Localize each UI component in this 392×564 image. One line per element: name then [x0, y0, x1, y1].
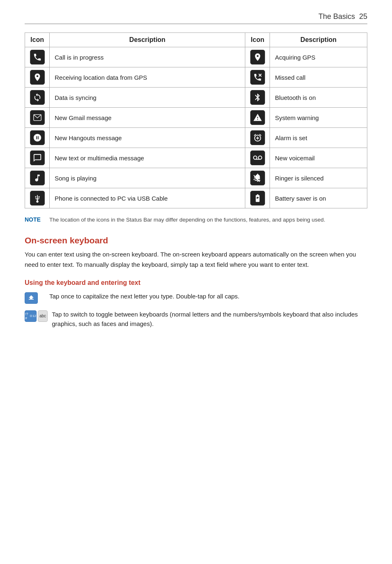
table-row: New Hangouts message Alarm is set: [25, 128, 367, 148]
left-icon-cell: [25, 128, 50, 148]
right-desc-cell: New voicemail: [270, 148, 367, 168]
table-row: Phone is connected to PC via USB Cable B…: [25, 188, 367, 208]
icon-table: Icon Description Icon Description Call i…: [25, 32, 367, 208]
left-desc-cell: Song is playing: [50, 168, 245, 188]
left-desc-cell: Call is in progress: [50, 47, 245, 67]
left-icon-cell: [25, 67, 50, 88]
right-desc-cell: Missed call: [270, 67, 367, 88]
left-desc-cell: New Hangouts message: [50, 128, 245, 148]
right-icon-cell: [245, 148, 270, 168]
note-block: NOTE The location of the icons in the St…: [25, 216, 367, 224]
header-title: The Basics: [318, 12, 355, 21]
keyboard-items-list: Tap once to capitalize the next letter y…: [25, 291, 367, 329]
page-number: 25: [359, 12, 367, 21]
note-label: NOTE: [25, 216, 47, 223]
keyboard-item: !?#⊙12 abc Tap to switch to toggle betwe…: [25, 310, 367, 329]
shift-icon: [25, 292, 45, 304]
keyboard-subsection-title: Using the keyboard and entering text: [25, 279, 367, 287]
left-icon-cell: [25, 148, 50, 168]
col3-header: Icon: [245, 33, 270, 47]
table-row: New Gmail message System warning: [25, 108, 367, 128]
right-icon-cell: [245, 168, 270, 188]
right-desc-cell: Ringer is silenced: [270, 168, 367, 188]
keyboard-item-text: Tap once to capitalize the next letter y…: [49, 291, 240, 301]
col4-header: Description: [270, 33, 367, 47]
right-desc-cell: Bluetooth is on: [270, 88, 367, 108]
left-icon-cell: [25, 88, 50, 108]
table-row: Song is playing Ringer is silenced: [25, 168, 367, 188]
right-desc-cell: System warning: [270, 108, 367, 128]
left-icon-cell: [25, 108, 50, 128]
left-icon-cell: [25, 47, 50, 67]
note-text: The location of the icons in the Status …: [49, 216, 325, 224]
table-row: New text or multimedia message New voice…: [25, 148, 367, 168]
right-icon-cell: [245, 67, 270, 88]
on-screen-keyboard-title: On-screen keyboard: [25, 236, 367, 245]
right-icon-cell: [245, 108, 270, 128]
table-row: Data is syncing Bluetooth is on: [25, 88, 367, 108]
table-row: Call is in progress Acquiring GPS: [25, 47, 367, 67]
col2-header: Description: [50, 33, 245, 47]
left-desc-cell: Data is syncing: [50, 88, 245, 108]
on-screen-keyboard-body: You can enter text using the on-screen k…: [25, 250, 367, 270]
left-desc-cell: Phone is connected to PC via USB Cable: [50, 188, 245, 208]
right-icon-cell: [245, 188, 270, 208]
right-icon-cell: [245, 128, 270, 148]
right-icon-cell: [245, 47, 270, 67]
keyboard-item-text: Tap to switch to toggle between keyboard…: [52, 310, 367, 329]
right-icon-cell: [245, 88, 270, 108]
toggle-icon: !?#⊙12 abc: [25, 310, 48, 322]
left-desc-cell: New text or multimedia message: [50, 148, 245, 168]
right-desc-cell: Acquiring GPS: [270, 47, 367, 67]
keyboard-item: Tap once to capitalize the next letter y…: [25, 291, 367, 304]
table-row: Receiving location data from GPS Missed …: [25, 67, 367, 88]
right-desc-cell: Alarm is set: [270, 128, 367, 148]
col1-header: Icon: [25, 33, 50, 47]
left-icon-cell: [25, 168, 50, 188]
left-desc-cell: Receiving location data from GPS: [50, 67, 245, 88]
right-desc-cell: Battery saver is on: [270, 188, 367, 208]
page-header: The Basics 25: [25, 12, 367, 24]
left-desc-cell: New Gmail message: [50, 108, 245, 128]
left-icon-cell: [25, 188, 50, 208]
